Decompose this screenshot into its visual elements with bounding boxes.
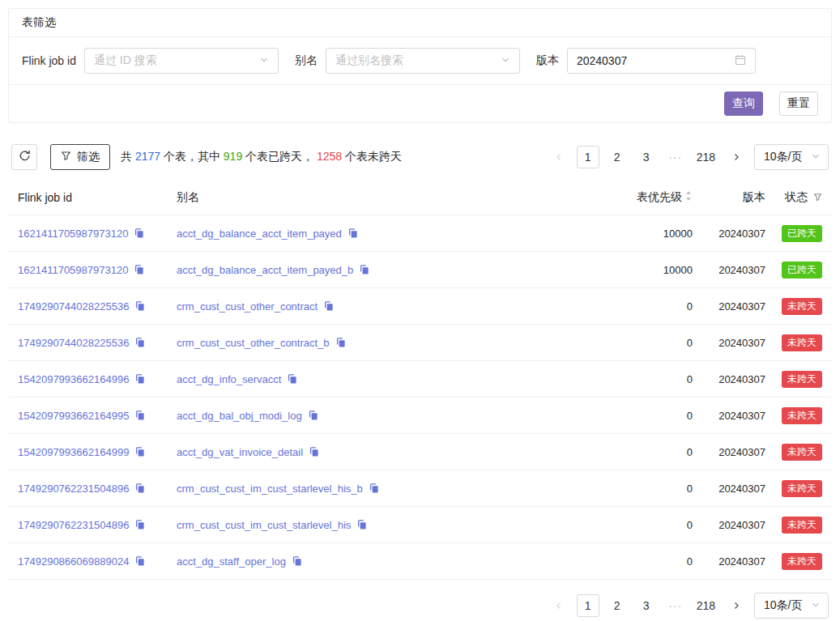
flink-job-id-link[interactable]: 1621411705987973120 — [18, 264, 128, 276]
flink-job-id-link[interactable]: 1621411705987973120 — [18, 228, 128, 240]
copy-icon[interactable] — [134, 410, 146, 421]
page-button-3[interactable]: 3 — [635, 594, 658, 617]
version-cell: 20240307 — [693, 300, 765, 313]
copy-icon[interactable] — [134, 228, 145, 239]
status-cell: 未跨天 — [765, 444, 822, 461]
alias-link[interactable]: acct_dg_balance_acct_item_payed_b — [177, 264, 353, 276]
page-ellipsis[interactable]: ··· — [664, 594, 687, 617]
version-date-input[interactable]: 20240307 — [567, 48, 756, 74]
status-cell: 未跨天 — [765, 517, 822, 534]
alias-link[interactable]: acct_dg_vat_invoice_detail — [177, 446, 303, 458]
alias-link[interactable]: acct_dg_balance_acct_item_payed — [177, 228, 342, 240]
refresh-button[interactable] — [11, 144, 37, 170]
copy-icon[interactable] — [287, 373, 298, 385]
alias-select[interactable]: 通过别名搜索 — [326, 48, 520, 74]
page-button-1[interactable]: 1 — [577, 146, 599, 168]
flink-job-id-placeholder: 通过 ID 搜索 — [94, 53, 157, 68]
flink-job-id-select[interactable]: 通过 ID 搜索 — [84, 48, 279, 74]
version-cell: 20240307 — [693, 483, 765, 495]
page-button-2[interactable]: 2 — [606, 594, 629, 617]
filter-toggle-button[interactable]: 筛选 — [50, 144, 110, 170]
page-button-3[interactable]: 3 — [635, 146, 658, 168]
alias-cell: crm_cust_cust_other_contract — [177, 300, 579, 313]
filter-card-title: 表筛选 — [9, 9, 831, 37]
refresh-icon — [19, 150, 31, 164]
copy-icon[interactable] — [348, 228, 359, 239]
sort-icon[interactable] — [684, 190, 693, 204]
copy-icon[interactable] — [359, 264, 370, 275]
copy-icon[interactable] — [335, 337, 347, 348]
alias-link[interactable]: acct_dg_bal_obj_modi_log — [177, 410, 302, 422]
flink-job-id-link[interactable]: 1749290866069889024 — [18, 555, 129, 568]
copy-icon[interactable] — [134, 300, 146, 312]
page-button-last[interactable]: 218 — [693, 146, 718, 168]
status-badge: 未跨天 — [782, 298, 822, 315]
copy-icon[interactable] — [134, 264, 145, 275]
page-button-last[interactable]: 218 — [693, 594, 718, 617]
alias-cell: acct_dg_vat_invoice_detail — [177, 446, 579, 458]
alias-cell: acct_dg_bal_obj_modi_log — [177, 410, 579, 422]
flink-job-id-cell: 1749290866069889024 — [18, 555, 177, 568]
alias-link[interactable]: acct_dg_info_servacct — [177, 373, 281, 385]
flink-job-id-link[interactable]: 1749290762231504896 — [18, 483, 129, 495]
page-ellipsis[interactable]: ··· — [664, 146, 687, 168]
flink-job-id-link[interactable]: 1749290744028225536 — [18, 300, 129, 313]
flink-job-id-link[interactable]: 1542097993662164999 — [18, 446, 129, 458]
copy-icon[interactable] — [292, 555, 303, 567]
copy-icon[interactable] — [356, 519, 368, 530]
flink-job-id-link[interactable]: 1542097993662164995 — [18, 410, 129, 422]
pagination-bottom: 1 2 3 ··· 218 10条/页 — [8, 593, 832, 619]
priority-cell: 0 — [579, 555, 693, 568]
next-page-button[interactable] — [725, 146, 748, 168]
tables-table: Flink job id 别名 表优先级 版本 状态 1621411705987… — [8, 180, 832, 580]
flink-job-id-cell: 1621411705987973120 — [18, 264, 177, 276]
reset-button[interactable]: 重置 — [779, 91, 818, 116]
flink-job-id-link[interactable]: 1542097993662164996 — [18, 373, 129, 385]
page-button-2[interactable]: 2 — [606, 146, 629, 168]
prev-page-button[interactable] — [548, 146, 570, 168]
copy-icon[interactable] — [323, 300, 335, 312]
alias-link[interactable]: crm_cust_cust_other_contract_b — [177, 337, 330, 349]
copy-icon[interactable] — [369, 483, 380, 494]
copy-icon[interactable] — [308, 410, 319, 421]
next-page-button[interactable] — [725, 594, 748, 617]
flink-job-id-link[interactable]: 1749290762231504896 — [18, 519, 129, 531]
alias-cell: acct_dg_staff_oper_log — [177, 555, 579, 568]
alias-link[interactable]: crm_cust_cust_im_cust_starlevel_his — [177, 519, 351, 531]
chevron-down-icon — [811, 599, 821, 612]
flink-job-id-cell: 1749290762231504896 — [18, 519, 177, 531]
pagination-top: 1 2 3 ··· 218 10条/页 — [548, 144, 829, 170]
prev-page-button[interactable] — [548, 594, 570, 617]
page-button-1[interactable]: 1 — [577, 594, 599, 617]
copy-icon[interactable] — [134, 373, 146, 385]
flink-job-id-link[interactable]: 1749290744028225536 — [18, 337, 129, 349]
version-value: 20240307 — [577, 54, 627, 67]
search-button[interactable]: 查询 — [724, 91, 763, 116]
filter-card: 表筛选 Flink job id 通过 ID 搜索 别名 通过别名搜索 — [8, 8, 832, 123]
chevron-down-icon — [811, 151, 821, 164]
alias-link[interactable]: crm_cust_cust_im_cust_starlevel_his_b — [177, 483, 363, 495]
summary-suffix: 个表未跨天 — [342, 150, 402, 163]
copy-icon[interactable] — [134, 483, 146, 494]
flink-job-id-cell: 1542097993662164995 — [18, 410, 177, 422]
alias-cell: acct_dg_balance_acct_item_payed — [177, 228, 579, 240]
filter-funnel-icon[interactable] — [813, 191, 822, 204]
copy-icon[interactable] — [309, 446, 320, 457]
copy-icon[interactable] — [134, 337, 146, 348]
summary-uncrossed-count: 1258 — [317, 150, 342, 163]
flink-job-id-cell: 1542097993662164996 — [18, 373, 177, 385]
status-badge: 未跨天 — [782, 553, 822, 570]
page-size-value: 10条/页 — [764, 598, 802, 613]
page-size-select[interactable]: 10条/页 — [754, 593, 829, 619]
copy-icon[interactable] — [134, 446, 146, 457]
version-field: 版本 20240307 — [536, 48, 756, 74]
table-toolbar: 筛选 共 2177 个表，其中 919 个表已跨天， 1258 个表未跨天 1 … — [8, 144, 832, 170]
copy-icon[interactable] — [134, 555, 146, 567]
page-size-select[interactable]: 10条/页 — [754, 144, 829, 170]
page: 表筛选 Flink job id 通过 ID 搜索 别名 通过别名搜索 — [0, 0, 840, 621]
version-cell: 20240307 — [693, 446, 765, 458]
alias-link[interactable]: acct_dg_staff_oper_log — [177, 555, 286, 568]
filter-row: Flink job id 通过 ID 搜索 别名 通过别名搜索 — [9, 37, 831, 85]
alias-link[interactable]: crm_cust_cust_other_contract — [177, 300, 318, 313]
copy-icon[interactable] — [134, 519, 146, 530]
